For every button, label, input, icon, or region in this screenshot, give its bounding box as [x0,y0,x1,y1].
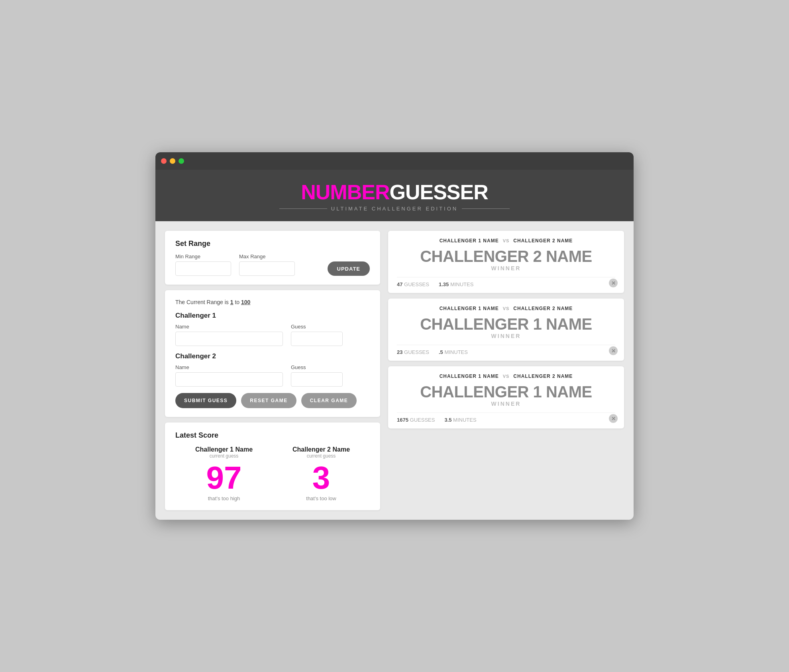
result-close-button-2[interactable]: ✕ [609,414,618,423]
challenger2-guess-group: Guess [291,364,343,387]
challenger1-block: Challenger 1 Name Guess [175,312,370,346]
subtitle-line-right [462,208,510,209]
challenger2-block: Challenger 2 Name Guess [175,352,370,387]
score-col-c1: Challenger 1 Name current guess 97 that'… [175,446,273,501]
min-range-label: Min Range [175,253,231,259]
max-range-field: Max Range [239,253,295,276]
result-stats-0: 47 GUESSES 1.35 MINUTES [397,277,615,287]
result-winner-label-0: WINNER [397,265,615,271]
score-c1-feedback: that's too high [175,495,273,501]
range-info: The Current Range is 1 to 100 [175,299,370,305]
result-winner-name-1: CHALLENGER 1 NAME [397,315,615,333]
main-content: Set Range Min Range Max Range UPDATE [155,221,634,520]
result-guesses-1: 23 GUESSES [397,349,429,355]
challenger1-title: Challenger 1 [175,312,370,320]
title-number: NUMBER [301,181,389,204]
result-winner-label-1: WINNER [397,333,615,339]
range-min: 1 [230,299,234,305]
score-c2-sublabel: current guess [273,453,370,459]
challenger2-name-input[interactable] [175,372,283,387]
result-vs-label-1: VS [503,306,510,311]
challenger1-guess-input[interactable] [291,332,343,346]
result-vs-label-2: VS [503,374,510,379]
challenger1-name-label: Name [175,324,283,330]
result-minutes-1: .5 MINUTES [439,349,468,355]
challenger1-inputs: Name Guess [175,324,370,346]
result-vs-row-0: CHALLENGER 1 NAME VS CHALLENGER 2 NAME [397,238,615,244]
result-c1-2: CHALLENGER 1 NAME [440,373,499,379]
max-range-label: Max Range [239,253,295,259]
set-range-card: Set Range Min Range Max Range UPDATE [165,231,380,285]
challenger1-guess-label: Guess [291,324,343,330]
result-guesses-0: 47 GUESSES [397,281,429,287]
close-button[interactable] [161,158,167,164]
challenger2-name-group: Name [175,364,283,387]
result-card-0: CHALLENGER 1 NAME VS CHALLENGER 2 NAME C… [388,231,624,293]
score-c2-value: 3 [273,462,370,494]
score-c2-feedback: that's too low [273,495,370,501]
reset-game-button[interactable]: RESET GAME [241,393,296,408]
challenger1-name-group: Name [175,324,283,346]
clear-game-button[interactable]: CLEAR GAME [301,393,357,408]
min-range-input[interactable] [175,261,231,276]
result-c1-0: CHALLENGER 1 NAME [440,238,499,244]
challenger1-name-input[interactable] [175,332,283,346]
score-c1-sublabel: current guess [175,453,273,459]
app-title: NUMBERGUESSER [163,182,626,202]
set-range-title: Set Range [175,240,370,248]
max-range-input[interactable] [239,261,295,276]
subtitle-line-left [279,208,327,209]
result-card-2: CHALLENGER 1 NAME VS CHALLENGER 2 NAME C… [388,366,624,428]
result-winner-name-0: CHALLENGER 2 NAME [397,248,615,265]
score-c1-value: 97 [175,462,273,494]
subtitle-text: ULTIMATE CHALLENGER EDITION [331,206,458,212]
challenger2-name-label: Name [175,364,283,370]
result-card-1: CHALLENGER 1 NAME VS CHALLENGER 2 NAME C… [388,299,624,361]
app-header: NUMBERGUESSER ULTIMATE CHALLENGER EDITIO… [155,170,634,221]
min-range-field: Min Range [175,253,231,276]
result-close-button-1[interactable]: ✕ [609,346,618,355]
result-vs-label-0: VS [503,238,510,243]
result-vs-row-2: CHALLENGER 1 NAME VS CHALLENGER 2 NAME [397,373,615,379]
result-stats-2: 1675 GUESSES 3.5 MINUTES [397,413,615,423]
score-c2-name: Challenger 2 Name [273,446,370,453]
range-row: Min Range Max Range UPDATE [175,253,370,276]
right-panel: CHALLENGER 1 NAME VS CHALLENGER 2 NAME C… [388,231,624,510]
titlebar [155,152,634,170]
result-winner-name-2: CHALLENGER 1 NAME [397,383,615,401]
action-buttons: SUBMIT GUESS RESET GAME CLEAR GAME [175,393,370,408]
app-subtitle: ULTIMATE CHALLENGER EDITION [163,206,626,212]
result-close-button-0[interactable]: ✕ [609,279,618,287]
minimize-button[interactable] [170,158,175,164]
score-title: Latest Score [175,431,370,440]
challenger2-title: Challenger 2 [175,352,370,360]
score-grid: Challenger 1 Name current guess 97 that'… [175,446,370,501]
game-form-card: The Current Range is 1 to 100 Challenger… [165,290,380,417]
result-c2-1: CHALLENGER 2 NAME [513,306,573,311]
result-vs-row-1: CHALLENGER 1 NAME VS CHALLENGER 2 NAME [397,306,615,311]
latest-score-card: Latest Score Challenger 1 Name current g… [165,422,380,510]
result-guesses-2: 1675 GUESSES [397,417,435,423]
result-winner-label-2: WINNER [397,401,615,407]
result-c2-0: CHALLENGER 2 NAME [513,238,573,244]
left-panel: Set Range Min Range Max Range UPDATE [165,231,380,510]
title-guesser: GUESSER [389,181,488,204]
range-max: 100 [241,299,250,305]
result-c1-1: CHALLENGER 1 NAME [440,306,499,311]
challenger2-guess-input[interactable] [291,372,343,387]
maximize-button[interactable] [179,158,184,164]
challenger2-inputs: Name Guess [175,364,370,387]
result-minutes-0: 1.35 MINUTES [439,281,473,287]
update-button[interactable]: UPDATE [328,261,370,276]
score-c1-name: Challenger 1 Name [175,446,273,453]
challenger1-guess-group: Guess [291,324,343,346]
result-stats-1: 23 GUESSES .5 MINUTES [397,345,615,355]
result-minutes-2: 3.5 MINUTES [444,417,476,423]
challenger2-guess-label: Guess [291,364,343,370]
app-window: NUMBERGUESSER ULTIMATE CHALLENGER EDITIO… [155,152,634,520]
result-c2-2: CHALLENGER 2 NAME [513,373,573,379]
submit-guess-button[interactable]: SUBMIT GUESS [175,393,236,408]
score-col-c2: Challenger 2 Name current guess 3 that's… [273,446,370,501]
